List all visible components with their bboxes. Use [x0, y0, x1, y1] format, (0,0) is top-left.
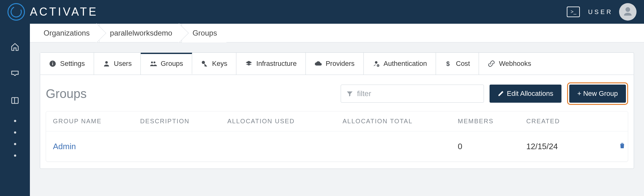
user-label: USER — [588, 8, 613, 16]
svg-point-7 — [154, 61, 155, 63]
tab-settings[interactable]: Settings — [40, 53, 94, 75]
user-icon — [103, 60, 110, 67]
info-icon — [49, 60, 56, 67]
tab-label: Users — [114, 60, 132, 68]
content: Organizations parallelworksdemo Groups S… — [30, 24, 644, 196]
button-label: + New Group — [577, 90, 618, 98]
col-created: CREATED — [526, 118, 595, 125]
tab-label: Keys — [212, 60, 227, 68]
link-icon — [488, 60, 495, 67]
col-alloc-used: ALLOCATION USED — [227, 118, 343, 125]
heading-row: Groups Edit Allocations + New Group — [46, 81, 628, 111]
button-label: Edit Allocations — [507, 90, 553, 98]
svg-rect-3 — [52, 63, 53, 65]
tab-webhooks[interactable]: Webhooks — [479, 53, 540, 75]
page-title: Groups — [46, 87, 335, 101]
tab-label: Infrastructure — [256, 60, 297, 68]
svg-text:$: $ — [446, 60, 450, 67]
cloud-icon — [315, 60, 322, 67]
tab-cost[interactable]: $ Cost — [436, 53, 479, 75]
edit-allocations-button[interactable]: Edit Allocations — [490, 85, 561, 103]
cell-group-name[interactable]: Admin — [53, 142, 140, 151]
layers-icon — [245, 60, 253, 67]
col-alloc-total: ALLOCATION TOTAL — [343, 118, 458, 125]
delete-row-button[interactable] — [618, 141, 626, 152]
sidebar-dot[interactable] — [14, 131, 16, 134]
svg-point-5 — [105, 61, 108, 64]
col-description: DESCRIPTION — [140, 118, 227, 125]
filter-icon — [346, 90, 353, 97]
tab-label: Webhooks — [499, 60, 531, 68]
table-row: Admin 0 12/15/24 — [46, 131, 628, 161]
svg-rect-4 — [52, 62, 53, 62]
cell-created: 12/15/24 — [526, 142, 595, 151]
inbox-icon[interactable] — [11, 69, 19, 78]
filter-input[interactable] — [357, 89, 479, 98]
filter-box[interactable] — [341, 85, 484, 103]
terminal-icon[interactable]: >_ — [567, 7, 580, 17]
svg-point-6 — [151, 61, 153, 63]
new-group-button[interactable]: + New Group — [569, 85, 626, 103]
tab-label: Settings — [60, 60, 85, 68]
tab-label: Authentication — [384, 60, 427, 68]
table-header: GROUP NAME DESCRIPTION ALLOCATION USED A… — [46, 111, 628, 131]
col-group-name: GROUP NAME — [53, 118, 140, 125]
tab-bar: Settings Users Groups Keys Infrastructur… — [40, 52, 634, 75]
breadcrumb-item[interactable]: Organizations — [39, 24, 99, 42]
dollar-icon: $ — [445, 60, 452, 67]
tab-groups[interactable]: Groups — [141, 53, 192, 75]
tab-label: Cost — [456, 60, 470, 68]
new-group-highlight: + New Group — [567, 82, 628, 105]
sidebar — [0, 24, 30, 196]
tab-label: Providers — [326, 60, 355, 68]
activate-logo-icon — [7, 3, 25, 21]
panel-icon[interactable] — [11, 96, 19, 105]
tab-providers[interactable]: Providers — [306, 53, 364, 75]
groups-panel: Groups Edit Allocations + New Group — [40, 75, 634, 169]
edit-icon — [498, 91, 504, 97]
tab-infrastructure[interactable]: Infrastructure — [236, 53, 306, 75]
sidebar-dot[interactable] — [14, 120, 16, 122]
auth-icon — [372, 60, 380, 67]
breadcrumb: Organizations parallelworksdemo Groups — [30, 24, 644, 42]
logo[interactable]: ACTIVATE — [7, 3, 98, 21]
group-icon — [149, 60, 157, 67]
breadcrumb-label: Groups — [192, 29, 217, 37]
tab-keys[interactable]: Keys — [192, 53, 236, 75]
sidebar-dot[interactable] — [14, 154, 16, 157]
tab-users[interactable]: Users — [94, 53, 141, 75]
brand-text: ACTIVATE — [30, 5, 98, 18]
col-members: MEMBERS — [458, 118, 526, 125]
breadcrumb-label: Organizations — [44, 29, 90, 37]
groups-table: GROUP NAME DESCRIPTION ALLOCATION USED A… — [46, 111, 628, 162]
topbar: ACTIVATE >_ USER — [0, 0, 644, 24]
breadcrumb-label: parallelworksdemo — [110, 29, 172, 37]
svg-point-9 — [375, 61, 377, 64]
cell-members: 0 — [458, 142, 526, 151]
sidebar-dot[interactable] — [14, 143, 16, 145]
tab-label: Groups — [161, 60, 183, 68]
key-icon — [201, 60, 208, 67]
breadcrumb-item[interactable]: parallelworksdemo — [99, 24, 182, 42]
tab-authentication[interactable]: Authentication — [364, 53, 436, 75]
trash-icon — [618, 141, 626, 150]
avatar[interactable] — [619, 3, 637, 21]
home-icon[interactable] — [11, 42, 19, 51]
